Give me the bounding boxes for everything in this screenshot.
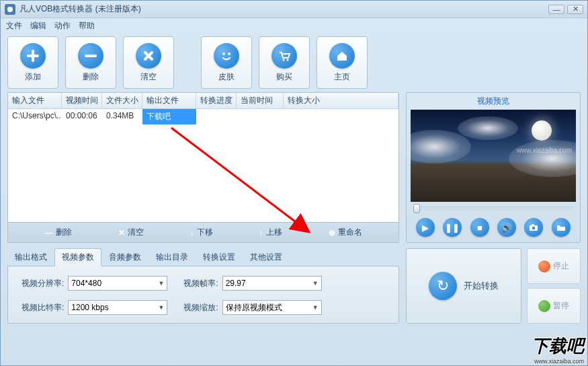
tab-convset[interactable]: 转换设置 xyxy=(196,248,243,266)
table-row[interactable]: C:\Users\pc\... 00:00:06 0.34MB 下载吧 xyxy=(8,109,398,124)
stop-media-button[interactable]: ■ xyxy=(470,218,489,237)
tab-video[interactable]: 视频参数 xyxy=(54,248,101,266)
volume-button[interactable]: 🔊 xyxy=(497,218,516,237)
combo-resolution[interactable]: 704*480▼ xyxy=(68,276,167,291)
action-movedown[interactable]: ↓下移 xyxy=(190,227,213,238)
skin-button[interactable]: 皮肤 xyxy=(201,36,252,89)
moon-graphic xyxy=(532,120,552,141)
tab-content: 视频分辨率: 704*480▼ 视频帧率: 29.97▼ 视频比特率: 1200… xyxy=(7,266,399,324)
home-button[interactable]: 主页 xyxy=(317,36,368,89)
list-actions: —删除 ✕清空 ↓下移 ↑上移 ⊕重命名 xyxy=(8,222,398,242)
chevron-down-icon: ▼ xyxy=(312,280,319,287)
close-button[interactable]: ✕ xyxy=(567,5,583,14)
pause-convert-button[interactable]: 暂停 xyxy=(527,288,581,324)
menu-file[interactable]: 文件 xyxy=(6,20,22,32)
page-watermark: 下载吧 www.xiazaiba.com xyxy=(532,334,584,365)
plus-icon xyxy=(20,43,46,69)
play-button[interactable]: ▶ xyxy=(416,218,435,237)
th-output[interactable]: 输出文件 xyxy=(142,93,196,108)
snapshot-button[interactable] xyxy=(524,218,543,237)
chevron-down-icon: ▼ xyxy=(158,304,164,311)
table-body[interactable]: C:\Users\pc\... 00:00:06 0.34MB 下载吧 xyxy=(8,109,398,222)
svg-point-2 xyxy=(283,59,285,61)
settings-panel: 输出格式 视频参数 音频参数 输出目录 转换设置 其他设置 视频分辨率: 704… xyxy=(7,248,399,324)
seek-slider[interactable] xyxy=(413,206,573,213)
x-icon xyxy=(136,43,161,69)
minimize-button[interactable]: — xyxy=(548,5,564,14)
combo-scale[interactable]: 保持原视频模式▼ xyxy=(222,300,322,315)
th-fsize[interactable]: 文件大小 xyxy=(102,93,142,108)
action-moveup[interactable]: ↑上移 xyxy=(259,227,282,238)
minus-icon xyxy=(78,43,103,69)
label-bitrate: 视频比特率: xyxy=(22,302,64,314)
tab-audio[interactable]: 音频参数 xyxy=(101,248,149,266)
th-cvsize[interactable]: 转换大小 xyxy=(284,93,398,108)
menu-help[interactable]: 帮助 xyxy=(79,20,95,32)
menu-action[interactable]: 动作 xyxy=(54,20,71,32)
th-input[interactable]: 输入文件 xyxy=(8,93,62,108)
action-rename[interactable]: ⊕重命名 xyxy=(329,227,362,238)
table-header: 输入文件 视频时间 文件大小 输出文件 转换进度 当前时间 转换大小 xyxy=(8,93,398,109)
stop-icon xyxy=(538,260,550,272)
stop-button[interactable]: 停止 xyxy=(527,248,581,284)
smile-icon xyxy=(214,43,239,69)
window-title: 凡人VOB格式转换器 (未注册版本) xyxy=(19,3,141,15)
preview-image: www.xiazaiba.com xyxy=(411,110,576,202)
buy-button[interactable]: 购买 xyxy=(259,36,310,89)
app-icon xyxy=(5,4,15,15)
combo-bitrate[interactable]: 1200 kbps▼ xyxy=(68,300,167,315)
home-icon xyxy=(329,43,355,69)
pause-icon xyxy=(538,300,550,312)
titlebar: 凡人VOB格式转换器 (未注册版本) — ✕ xyxy=(1,1,587,18)
combo-fps[interactable]: 29.97▼ xyxy=(222,276,322,291)
tabs: 输出格式 视频参数 音频参数 输出目录 转换设置 其他设置 xyxy=(7,248,399,266)
th-vtime[interactable]: 视频时间 xyxy=(62,93,102,108)
delete-button[interactable]: 删除 xyxy=(65,36,116,89)
chevron-down-icon: ▼ xyxy=(158,280,164,287)
seek-thumb[interactable] xyxy=(413,204,420,213)
label-fps: 视频帧率: xyxy=(183,278,218,289)
pause-button[interactable]: ❚❚ xyxy=(443,218,462,237)
th-curtime[interactable]: 当前时间 xyxy=(237,93,284,108)
tab-format[interactable]: 输出格式 xyxy=(7,248,54,266)
add-button[interactable]: 添加 xyxy=(7,36,58,89)
cart-icon xyxy=(271,43,297,69)
start-convert-button[interactable]: ↻ 开始转换 xyxy=(406,248,521,324)
label-scale: 视频缩放: xyxy=(183,302,218,314)
menubar: 文件 编辑 动作 帮助 xyxy=(1,18,587,33)
toolbar: 添加 删除 清空 皮肤 购买 主页 xyxy=(1,33,587,92)
action-delete[interactable]: —删除 xyxy=(45,227,72,238)
menu-edit[interactable]: 编辑 xyxy=(30,20,46,32)
folder-button[interactable] xyxy=(552,218,571,237)
clear-button[interactable]: 清空 xyxy=(123,36,174,89)
preview-panel: 视频预览 www.xiazaiba.com ▶ ❚❚ ■ 🔊 xyxy=(406,92,581,243)
th-progress[interactable]: 转换进度 xyxy=(196,93,237,108)
tab-other[interactable]: 其他设置 xyxy=(243,248,290,266)
svg-rect-6 xyxy=(532,224,534,226)
svg-point-0 xyxy=(222,52,225,55)
preview-title: 视频预览 xyxy=(407,93,580,110)
convert-icon: ↻ xyxy=(429,272,457,300)
media-controls: ▶ ❚❚ ■ 🔊 xyxy=(407,215,580,242)
svg-point-5 xyxy=(532,227,535,229)
action-clear[interactable]: ✕清空 xyxy=(118,227,144,238)
chevron-down-icon: ▼ xyxy=(312,304,319,311)
svg-point-1 xyxy=(228,52,230,55)
tab-outdir[interactable]: 输出目录 xyxy=(149,248,196,266)
svg-point-3 xyxy=(287,59,289,61)
file-list-panel: 输入文件 视频时间 文件大小 输出文件 转换进度 当前时间 转换大小 C:\Us… xyxy=(7,92,399,243)
label-resolution: 视频分辨率: xyxy=(22,278,64,289)
